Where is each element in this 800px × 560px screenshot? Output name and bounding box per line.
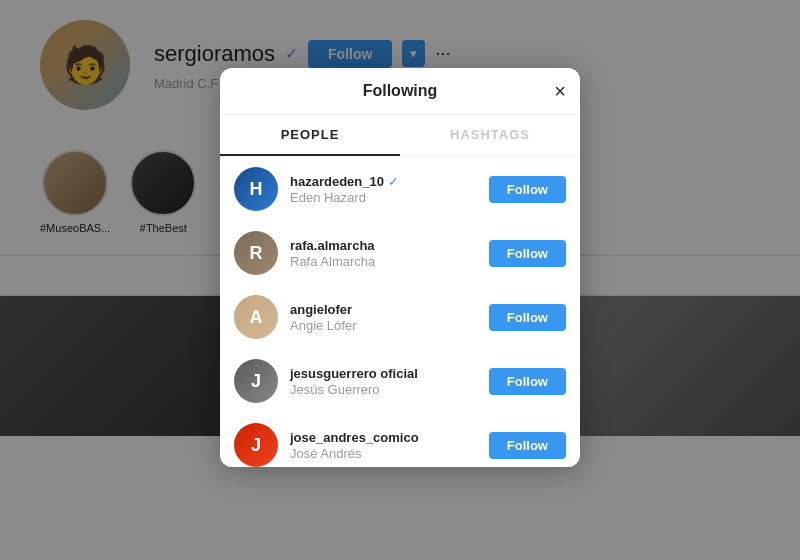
item-username-row: rafa.almarcha	[290, 238, 477, 253]
item-username: jose_andres_comico	[290, 430, 419, 445]
item-username-row: hazardeden_10✓	[290, 174, 477, 189]
item-username: hazardeden_10	[290, 174, 384, 189]
item-username-row: jesusguerrero oficial	[290, 366, 477, 381]
item-avatar: J	[234, 359, 278, 403]
item-avatar: H	[234, 167, 278, 211]
item-info: hazardeden_10✓Eden Hazard	[290, 174, 477, 205]
modal-close-button[interactable]: ×	[554, 81, 566, 101]
modal-header: Following ×	[220, 68, 580, 115]
tab-hashtags[interactable]: HASHTAGS	[400, 115, 580, 156]
following-modal: Following × PEOPLE HASHTAGS Hhazardeden_…	[220, 68, 580, 467]
follow-button[interactable]: Follow	[489, 368, 566, 395]
item-username-row: angielofer	[290, 302, 477, 317]
follow-item: Rrafa.almarchaRafa AlmarchaFollow	[220, 221, 580, 285]
item-username-row: jose_andres_comico	[290, 430, 477, 445]
item-info: angieloferAngie Lófer	[290, 302, 477, 333]
follow-item: Jjose_andres_comicoJosé AndrésFollow	[220, 413, 580, 467]
item-info: jesusguerrero oficialJesús Guerrero	[290, 366, 477, 397]
verified-badge-icon: ✓	[388, 174, 399, 189]
follow-item: AangieloferAngie LóferFollow	[220, 285, 580, 349]
item-avatar: R	[234, 231, 278, 275]
item-fullname: Jesús Guerrero	[290, 382, 477, 397]
tab-people[interactable]: PEOPLE	[220, 115, 400, 156]
follow-button[interactable]: Follow	[489, 304, 566, 331]
item-username: rafa.almarcha	[290, 238, 375, 253]
item-avatar: J	[234, 423, 278, 467]
follow-button[interactable]: Follow	[489, 240, 566, 267]
people-list: Hhazardeden_10✓Eden HazardFollowRrafa.al…	[220, 157, 580, 467]
follow-item: Hhazardeden_10✓Eden HazardFollow	[220, 157, 580, 221]
item-username: angielofer	[290, 302, 352, 317]
modal-tabs: PEOPLE HASHTAGS	[220, 115, 580, 157]
modal-title: Following	[363, 82, 438, 100]
item-username: jesusguerrero oficial	[290, 366, 418, 381]
item-avatar: A	[234, 295, 278, 339]
follow-item: Jjesusguerrero oficialJesús GuerreroFoll…	[220, 349, 580, 413]
item-fullname: Angie Lófer	[290, 318, 477, 333]
item-info: jose_andres_comicoJosé Andrés	[290, 430, 477, 461]
item-fullname: José Andrés	[290, 446, 477, 461]
follow-button[interactable]: Follow	[489, 432, 566, 459]
follow-button[interactable]: Follow	[489, 176, 566, 203]
item-fullname: Rafa Almarcha	[290, 254, 477, 269]
item-info: rafa.almarchaRafa Almarcha	[290, 238, 477, 269]
item-fullname: Eden Hazard	[290, 190, 477, 205]
